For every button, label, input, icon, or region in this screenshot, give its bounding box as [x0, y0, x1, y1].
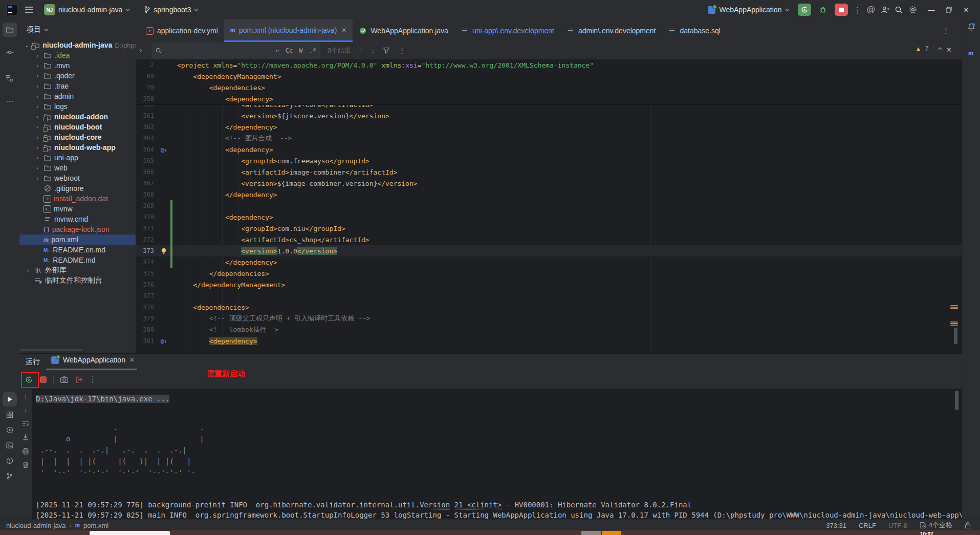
console-output[interactable]: D:\Java\jdk-17\bin\java.exe ... . . o | …	[32, 389, 962, 520]
code-line[interactable]: 369	[136, 200, 962, 211]
print-icon[interactable]	[21, 447, 30, 455]
editor-tab[interactable]: WebAppApplication.java	[353, 19, 454, 42]
ai-assistant-icon[interactable]: @	[866, 5, 875, 15]
tree-arrow-icon[interactable]: ›	[34, 114, 41, 120]
tree-item[interactable]: mpom.xml	[19, 234, 136, 245]
project-widget[interactable]: NJ niucloud-admin-java	[41, 3, 133, 17]
editor-tab[interactable]: admin\.env.development	[560, 19, 662, 42]
code-line[interactable]: 363 <!-- 图片合成 -->	[136, 133, 962, 144]
vcs-branch-widget[interactable]: springboot3	[140, 4, 202, 15]
tree-item[interactable]: >_mvnw	[19, 204, 136, 214]
rerun-button[interactable]	[798, 4, 811, 16]
editor-tab[interactable]: uni-app\.env.development	[454, 19, 560, 42]
tree-item[interactable]: ›admin	[19, 91, 136, 101]
lock-icon[interactable]	[965, 522, 971, 529]
breadcrumb-root[interactable]: niucloud-admin-java	[6, 522, 66, 529]
main-menu-icon[interactable]	[25, 6, 34, 13]
match-case-toggle[interactable]: Cc	[284, 47, 294, 55]
tree-arrow-icon[interactable]: ›	[34, 103, 41, 110]
newline-icon[interactable]: ↩	[274, 47, 281, 55]
stop-button[interactable]	[835, 4, 848, 16]
minimize-button[interactable]: —	[923, 2, 940, 17]
stop-icon[interactable]	[39, 376, 47, 383]
sticky-code-line[interactable]: 2<project xmlns="http://maven.apache.org…	[136, 59, 962, 71]
regex-toggle[interactable]: .*	[308, 47, 318, 55]
code-line[interactable]: 374 </dependency>	[136, 256, 962, 268]
terminal-tool-icon[interactable]	[3, 438, 17, 453]
close-window-button[interactable]: ✕	[957, 2, 975, 17]
tree-item[interactable]: ›.mvn	[19, 60, 136, 71]
code-line[interactable]: 365 <groupId>com.freewayso</groupId>	[136, 155, 962, 166]
tree-item[interactable]: ›niucloud-web-app	[19, 142, 136, 153]
tree-item[interactable]: ›niucloud-core	[19, 132, 136, 142]
tree-arrow-icon[interactable]: ›	[34, 83, 41, 89]
tree-item[interactable]: .gitignore	[19, 183, 136, 194]
tree-arrow-icon[interactable]: ›	[34, 165, 41, 171]
line-separator[interactable]: CRLF	[859, 522, 876, 529]
caret-position[interactable]: 373:31	[826, 522, 846, 529]
code-line[interactable]: 371 <groupId>com.niu</groupId>	[136, 223, 962, 234]
search-everywhere-icon[interactable]	[895, 6, 903, 14]
tree-item[interactable]: ›.qoder	[19, 71, 136, 81]
indent-setting[interactable]: 4个空格	[920, 521, 952, 530]
run-tool-icon[interactable]	[3, 392, 17, 406]
clear-console-icon[interactable]	[21, 461, 30, 469]
tree-arrow-icon[interactable]: ›	[34, 52, 41, 58]
code-editor[interactable]: 360 <artifactId>jts-core</artifactId>361…	[136, 104, 962, 353]
filter-icon[interactable]	[383, 47, 390, 54]
more-actions-icon[interactable]: ⋮	[853, 5, 861, 15]
gutter-icon-slot[interactable]: @↑	[157, 338, 170, 344]
prev-problem-icon[interactable]	[938, 47, 942, 50]
code-line[interactable]: 380 <!-- lombok插件-->	[136, 324, 962, 335]
scroll-to-end-icon[interactable]	[21, 433, 30, 441]
version-control-tool-icon[interactable]	[3, 469, 17, 483]
soft-wrap-icon[interactable]	[21, 419, 30, 427]
more-tools-icon[interactable]: ⋯	[3, 94, 17, 109]
up-stack-icon[interactable]: ↑	[24, 393, 28, 400]
tree-item[interactable]: ›logs	[19, 101, 136, 112]
code-line[interactable]: 364@↓ <dependency>	[136, 144, 962, 155]
prev-match-icon[interactable]: ↑	[359, 47, 363, 55]
search-input[interactable]	[166, 46, 271, 55]
sticky-code-line[interactable]: 69 <dependencyManagement>	[136, 71, 962, 82]
code-line[interactable]: 368 </dependency>	[136, 189, 962, 200]
tree-item[interactable]: ›webroot	[19, 173, 136, 183]
notifications-icon[interactable]	[967, 23, 976, 32]
code-line[interactable]: 381@↑ <dependency>	[136, 335, 962, 347]
inspections-widget[interactable]: ▲ 7	[916, 45, 951, 52]
run-configuration-selector[interactable]: WebAppApplication	[705, 4, 793, 15]
tree-item[interactable]: ›web	[19, 163, 136, 173]
editor-tab[interactable]: database.sql	[662, 19, 726, 42]
debug-button[interactable]	[816, 4, 830, 16]
project-tool-icon[interactable]	[3, 23, 17, 37]
code-line[interactable]: 372 <artifactId>cs_shop</artifactId>	[136, 234, 962, 245]
code-line[interactable]: 379 <!-- 顶级父工程只声明 + 引入编译时工具依赖 -->	[136, 313, 962, 324]
breadcrumb-file[interactable]: pom.xml	[83, 522, 108, 529]
console-scrollbar-thumb[interactable]	[955, 391, 959, 410]
tree-arrow-icon[interactable]: ›	[34, 175, 41, 181]
run-anything-tool-icon[interactable]	[3, 423, 17, 437]
tree-item[interactable]: ›uni-app	[19, 153, 136, 163]
down-stack-icon[interactable]: ↓	[24, 406, 28, 414]
code-line[interactable]: 373 <version>1.0.0</version>	[136, 245, 962, 256]
code-line[interactable]: 361 <version>${jtscore.version}</version…	[136, 110, 962, 121]
tree-item[interactable]: 临时文件和控制台	[19, 275, 136, 286]
tree-item[interactable]: M↓README.en.md	[19, 245, 136, 255]
taskbar-item-active[interactable]	[602, 531, 621, 535]
project-panel-header[interactable]: 项目	[19, 19, 136, 40]
fold-chevron-icon[interactable]: ›	[140, 46, 142, 54]
gutter-icon-slot[interactable]: @↓	[157, 147, 170, 153]
problems-tool-icon[interactable]	[3, 454, 17, 468]
editor-tab[interactable]: Yapplication-dev.yml	[140, 19, 224, 42]
tree-item[interactable]: ›.trae	[19, 81, 136, 91]
taskbar-search-box[interactable]	[90, 531, 170, 535]
tree-item[interactable]: ›niucloud-addon	[19, 112, 136, 122]
services-tool-icon[interactable]	[3, 408, 17, 422]
restore-button[interactable]	[940, 2, 957, 17]
next-match-icon[interactable]: ↓	[371, 47, 375, 55]
structure-tool-icon[interactable]	[3, 71, 17, 85]
tree-arrow-icon[interactable]: ›	[34, 62, 41, 69]
tree-horizontal-scrollbar[interactable]	[19, 349, 82, 351]
tree-item[interactable]: M↓README.md	[19, 255, 136, 265]
tree-item[interactable]: mvnw.cmd	[19, 214, 136, 224]
